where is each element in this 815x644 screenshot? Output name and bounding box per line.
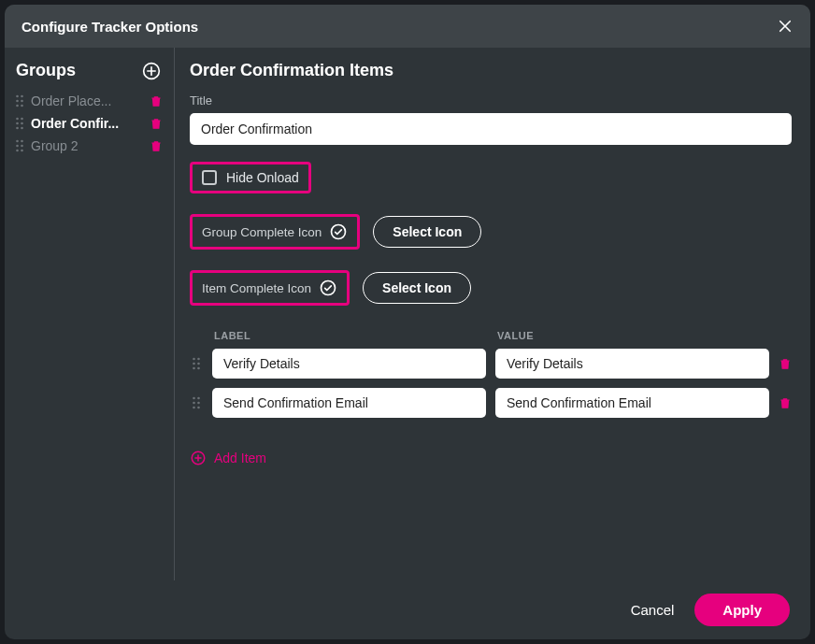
dialog-title: Configure Tracker Options (21, 19, 198, 35)
group-label[interactable]: Order Confir... (31, 116, 144, 131)
delete-group-button[interactable] (150, 139, 163, 153)
svg-point-14 (21, 140, 23, 143)
item-complete-label: Item Complete Icon (202, 281, 311, 295)
svg-point-31 (193, 407, 195, 409)
group-row: Group 2 (14, 135, 163, 157)
trash-icon (779, 396, 792, 410)
svg-point-3 (16, 100, 19, 103)
svg-point-24 (197, 363, 200, 365)
svg-point-26 (197, 367, 200, 370)
select-group-icon-button[interactable]: Select Icon (373, 216, 481, 248)
main-title: Order Confirmation Items (190, 61, 792, 80)
svg-point-6 (21, 105, 23, 107)
item-complete-row: Item Complete Icon Select Icon (190, 270, 792, 306)
group-label[interactable]: Order Place... (31, 93, 144, 108)
svg-point-18 (21, 150, 23, 152)
item-label-input[interactable] (212, 388, 486, 418)
items-header: LABEL VALUE (190, 330, 792, 349)
hide-onload-row: Hide Onload (190, 162, 792, 193)
delete-group-button[interactable] (150, 94, 163, 108)
trash-icon (150, 139, 163, 153)
svg-point-8 (21, 118, 23, 121)
select-item-icon-button[interactable]: Select Icon (363, 272, 471, 304)
svg-point-12 (21, 127, 23, 130)
dialog-header: Configure Tracker Options (5, 5, 810, 48)
svg-point-9 (16, 122, 19, 125)
trash-icon (150, 117, 163, 131)
svg-point-22 (197, 358, 200, 361)
drag-handle-icon[interactable] (14, 138, 25, 153)
svg-point-17 (16, 150, 19, 152)
svg-point-20 (322, 281, 336, 295)
svg-point-2 (21, 95, 23, 98)
svg-point-13 (16, 140, 19, 143)
dialog-body: Groups Order Place... Order Confir... (5, 48, 810, 580)
column-label-header: LABEL (212, 330, 486, 341)
title-field-label: Title (190, 93, 792, 107)
delete-item-button[interactable] (779, 357, 792, 371)
svg-point-11 (16, 127, 19, 130)
svg-point-15 (16, 145, 19, 148)
add-group-button[interactable] (142, 62, 161, 80)
svg-point-10 (21, 122, 23, 125)
item-value-input[interactable] (495, 388, 769, 418)
title-input[interactable] (190, 113, 792, 145)
item-row (190, 349, 792, 379)
svg-point-7 (16, 118, 19, 121)
items-table: LABEL VALUE (190, 330, 792, 418)
close-button[interactable] (777, 18, 794, 35)
hide-onload-checkbox[interactable] (202, 170, 217, 185)
group-row: Order Place... (14, 90, 163, 112)
trash-icon (779, 357, 792, 371)
svg-point-19 (332, 225, 346, 239)
main-panel: Order Confirmation Items Title Hide Onlo… (175, 48, 810, 580)
drag-handle-icon[interactable] (190, 356, 203, 371)
group-complete-highlight: Group Complete Icon (190, 214, 360, 250)
sidebar-header: Groups (14, 61, 163, 80)
item-complete-highlight: Item Complete Icon (190, 270, 350, 306)
apply-button[interactable]: Apply (694, 594, 790, 626)
drag-handle-icon[interactable] (14, 93, 25, 108)
group-row: Order Confir... (14, 112, 163, 135)
add-item-label: Add Item (214, 451, 266, 465)
svg-point-32 (197, 407, 200, 409)
svg-point-1 (16, 95, 19, 98)
drag-handle-icon[interactable] (14, 116, 25, 131)
item-label-input[interactable] (212, 349, 486, 379)
item-row (190, 388, 792, 418)
svg-point-28 (197, 397, 200, 400)
hide-onload-label: Hide Onload (226, 170, 299, 185)
plus-circle-icon (190, 450, 207, 466)
group-complete-row: Group Complete Icon Select Icon (190, 214, 792, 250)
svg-point-21 (193, 358, 195, 361)
svg-point-5 (16, 105, 19, 107)
group-complete-label: Group Complete Icon (202, 225, 322, 239)
delete-item-button[interactable] (779, 396, 792, 410)
item-value-input[interactable] (495, 349, 769, 379)
plus-circle-icon (142, 62, 161, 80)
trash-icon (150, 94, 163, 108)
sidebar-title: Groups (16, 61, 76, 80)
svg-point-16 (21, 145, 23, 148)
dialog-footer: Cancel Apply (5, 580, 810, 639)
drag-handle-icon[interactable] (190, 395, 203, 410)
svg-point-25 (193, 367, 195, 370)
check-circle-icon (319, 279, 337, 297)
sidebar: Groups Order Place... Order Confir... (5, 48, 175, 580)
svg-point-27 (193, 397, 195, 400)
close-icon (777, 18, 794, 35)
cancel-button[interactable]: Cancel (631, 602, 675, 618)
hide-onload-highlight: Hide Onload (190, 162, 311, 193)
svg-point-23 (193, 363, 195, 365)
add-item-button[interactable]: Add Item (190, 450, 266, 466)
svg-point-30 (197, 402, 200, 405)
check-circle-icon (329, 222, 348, 241)
delete-group-button[interactable] (150, 117, 163, 131)
svg-point-4 (21, 100, 23, 103)
column-value-header: VALUE (495, 330, 769, 341)
tracker-options-dialog: Configure Tracker Options Groups Order P… (5, 5, 810, 639)
svg-point-29 (193, 402, 195, 405)
group-label[interactable]: Group 2 (31, 138, 144, 153)
